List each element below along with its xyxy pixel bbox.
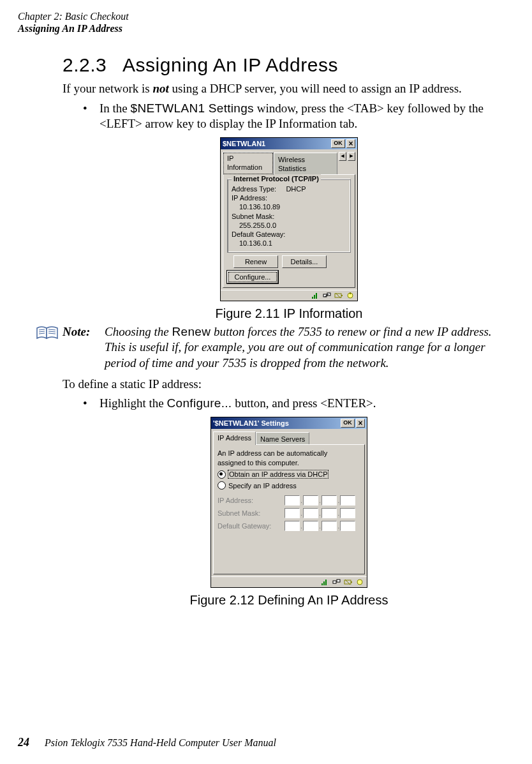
radio-dhcp[interactable]	[218, 470, 226, 479]
gw-label: Default Gateway:	[232, 230, 346, 239]
svg-rect-19	[325, 580, 327, 585]
desc-line-1: An IP address can be automatically	[218, 449, 360, 458]
gw-oct-2[interactable]	[303, 521, 318, 531]
bullet-configure: Highlight the Configure... button, and p…	[100, 396, 515, 412]
ip-value: 10.136.10.89	[232, 202, 346, 211]
bullet-tab-left: In the $NETWLAN1 Settings window, press …	[100, 101, 515, 132]
header-chapter: Chapter 2: Basic Checkout	[18, 10, 129, 22]
tab-scroll-right-icon[interactable]: ►	[348, 152, 355, 161]
signal-icon	[311, 292, 320, 299]
radio-static[interactable]	[218, 481, 226, 490]
section-heading: 2.2.3 Assigning An IP Address	[63, 52, 515, 77]
radio-static-label[interactable]: Specify an IP address	[228, 482, 297, 490]
header-section: Assigning An IP Address	[18, 22, 129, 34]
svg-rect-17	[321, 583, 323, 585]
signal-icon	[321, 578, 330, 586]
mask-value: 255.255.0.0	[232, 221, 346, 230]
page-footer: 24 Psion Teklogix 7535 Hand-Held Compute…	[18, 735, 276, 750]
dialog-title: $NETWLAN1	[223, 139, 330, 148]
network-icon	[332, 578, 341, 586]
tcpip-group: Internet Protocol (TCP/IP) Address Type:…	[227, 179, 351, 253]
svg-rect-1	[314, 295, 315, 299]
page-header: Chapter 2: Basic Checkout Assigning An I…	[18, 10, 129, 34]
static-ip-line: To define a static IP address:	[63, 377, 515, 393]
mask-oct-3[interactable]	[321, 508, 337, 518]
ip-oct-1[interactable]	[284, 495, 300, 506]
addr-type-label: Address Type:	[232, 185, 276, 193]
svg-rect-21	[337, 580, 340, 582]
battery-icon	[344, 578, 353, 586]
svg-rect-2	[316, 293, 317, 299]
renew-inline: Renew	[172, 325, 211, 338]
svg-rect-23	[351, 581, 352, 583]
svg-rect-7	[341, 295, 343, 296]
dialog-title-2: '$NETWLAN1' Settings	[213, 419, 339, 428]
ok-button[interactable]: OK	[331, 139, 345, 148]
ip-field-label: IP Address:	[218, 496, 284, 505]
taskbar	[221, 290, 357, 301]
ip-label: IP Address:	[232, 193, 346, 202]
book-icon	[36, 324, 63, 371]
ip-oct-4[interactable]	[340, 495, 355, 506]
page-number: 24	[18, 736, 29, 749]
group-title: Internet Protocol (TCP/IP)	[232, 174, 321, 183]
netwlan-settings-label: $NETWLAN1 Settings	[131, 101, 254, 115]
battery-icon	[334, 292, 343, 299]
figure-caption-2: Figure 2.12 Defining An IP Address	[63, 592, 515, 608]
network-icon	[323, 292, 332, 299]
mask-oct-1[interactable]	[284, 508, 300, 518]
mask-oct-2[interactable]	[303, 508, 318, 518]
mask-oct-4[interactable]	[340, 508, 355, 518]
tab-name-servers[interactable]: Name Servers	[256, 432, 309, 445]
ip-oct-3[interactable]	[321, 495, 337, 506]
gw-value: 10.136.0.1	[232, 239, 346, 248]
addr-type-value: DHCP	[286, 185, 306, 193]
svg-point-25	[357, 580, 362, 585]
ok-button-2[interactable]: OK	[341, 419, 355, 428]
mask-label: Subnet Mask:	[232, 212, 346, 221]
section-number: 2.2.3	[63, 54, 107, 75]
radio-dhcp-label[interactable]: Obtain an IP address via DHCP	[228, 470, 328, 478]
settings-dialog: '$NETWLAN1' Settings OK × IP Address Nam…	[211, 417, 367, 588]
tab-strip-2: IP Address Name Servers	[213, 431, 365, 445]
svg-rect-18	[323, 581, 325, 585]
svg-rect-0	[312, 297, 313, 299]
note-label: Note:	[63, 324, 105, 371]
taskbar-2	[211, 576, 367, 587]
tab-strip: IP Information Wireless Statistics ◄ ►	[223, 152, 355, 175]
tab-ip-address[interactable]: IP Address	[213, 431, 256, 445]
plug-icon	[355, 578, 364, 586]
gw-oct-1[interactable]	[284, 521, 300, 531]
gw-oct-3[interactable]	[321, 521, 337, 531]
configure-inline: Configure...	[167, 396, 232, 410]
mask-field-label: Subnet Mask:	[218, 509, 284, 518]
intro-paragraph: If your network is not using a DHCP serv…	[63, 81, 515, 97]
dialog-titlebar-2: '$NETWLAN1' Settings OK ×	[211, 417, 367, 429]
svg-rect-10	[350, 292, 351, 294]
figure-caption-1: Figure 2.11 IP Information	[63, 305, 515, 322]
tab-scroll-left-icon[interactable]: ◄	[339, 152, 346, 161]
tab-ip-information[interactable]: IP Information	[223, 152, 274, 175]
section-title: Assigning An IP Address	[122, 54, 338, 75]
details-button[interactable]: Details...	[282, 255, 327, 268]
close-button-2[interactable]: ×	[356, 419, 365, 428]
svg-rect-20	[333, 581, 336, 583]
tab-wireless-statistics[interactable]: Wireless Statistics	[274, 153, 337, 175]
note-text: Choosing the Renew button forces the 753…	[105, 324, 515, 371]
configure-button[interactable]: Configure...	[227, 271, 278, 283]
footer-text: Psion Teklogix 7535 Hand-Held Computer U…	[45, 737, 276, 748]
close-button[interactable]: ×	[346, 139, 355, 148]
ip-info-dialog: $NETWLAN1 OK × IP Information Wireless S…	[220, 137, 358, 301]
desc-line-2: assigned to this computer.	[218, 458, 360, 467]
gw-field-label: Default Gateway:	[218, 521, 284, 530]
figure-2-12: '$NETWLAN1' Settings OK × IP Address Nam…	[63, 417, 515, 608]
figure-2-11: $NETWLAN1 OK × IP Information Wireless S…	[63, 137, 515, 322]
ip-oct-2[interactable]	[303, 495, 318, 506]
note-block: Note: Choosing the Renew button forces t…	[36, 324, 515, 371]
dialog-titlebar: $NETWLAN1 OK ×	[221, 138, 357, 149]
main-content: 2.2.3 Assigning An IP Address If your ne…	[63, 52, 515, 611]
plug-icon	[346, 292, 355, 299]
renew-button[interactable]: Renew	[233, 255, 278, 268]
gw-oct-4[interactable]	[340, 521, 355, 531]
